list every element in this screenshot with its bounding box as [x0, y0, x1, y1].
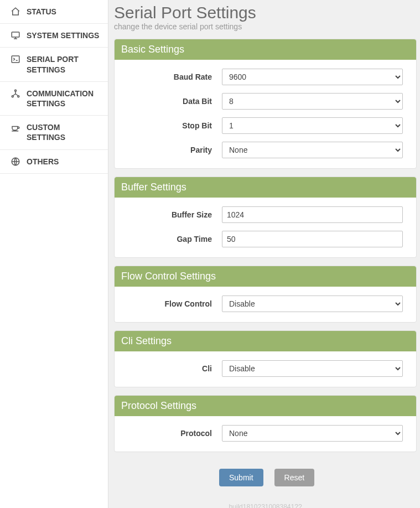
row-flow-control: Flow Control Disable: [128, 296, 403, 312]
row-buffer-size: Buffer Size: [128, 206, 403, 223]
cli-select[interactable]: Disable: [222, 360, 403, 377]
data-bit-label: Data Bit: [128, 97, 222, 106]
page-subtitle: change the device serial port settings: [114, 22, 417, 31]
stop-bit-select[interactable]: 1: [222, 117, 403, 134]
footer-build: build18102310083841??: [114, 503, 417, 508]
sidebar-item-label: STATUS: [27, 7, 56, 17]
panel-protocol-settings: Protocol Settings Protocol None: [114, 395, 417, 452]
sidebar: STATUS SYSTEM SETTINGS SERIAL PORT SETTI…: [0, 0, 108, 508]
globe-icon: [10, 157, 21, 167]
row-protocol: Protocol None: [128, 425, 403, 442]
panel-header: Flow Control Settings: [115, 266, 416, 287]
row-data-bit: Data Bit 8: [128, 93, 403, 110]
parity-select[interactable]: None: [222, 142, 403, 158]
main-content: Serial Port Settings change the device s…: [108, 0, 420, 508]
cli-label: Cli: [128, 364, 222, 373]
gap-time-input[interactable]: [222, 231, 403, 247]
panel-basic-settings: Basic Settings Baud Rate 9600 Data Bit 8…: [114, 39, 417, 169]
protocol-select[interactable]: None: [222, 425, 403, 442]
row-cli: Cli Disable: [128, 360, 403, 377]
flow-control-select[interactable]: Disable: [222, 296, 403, 312]
button-row: Submit Reset: [114, 469, 417, 486]
sidebar-item-label: OTHERS: [27, 157, 59, 167]
panel-buffer-settings: Buffer Settings Buffer Size Gap Time: [114, 177, 417, 258]
sidebar-item-label: SYSTEM SETTINGS: [27, 30, 99, 40]
monitor-icon: [10, 30, 21, 40]
stop-bit-label: Stop Bit: [128, 121, 222, 130]
row-baud-rate: Baud Rate 9600: [128, 69, 403, 85]
svg-rect-1: [12, 56, 19, 63]
flow-control-label: Flow Control: [128, 299, 222, 308]
gap-time-label: Gap Time: [128, 235, 222, 243]
coffee-icon: [10, 122, 21, 132]
panel-header: Basic Settings: [115, 39, 416, 60]
sidebar-item-system-settings[interactable]: SYSTEM SETTINGS: [0, 24, 108, 48]
reset-button[interactable]: Reset: [274, 469, 315, 486]
sidebar-item-status[interactable]: STATUS: [0, 0, 108, 24]
baud-rate-select[interactable]: 9600: [222, 69, 403, 85]
panel-cli-settings: Cli Settings Cli Disable: [114, 330, 417, 387]
protocol-label: Protocol: [128, 429, 222, 438]
sidebar-item-others[interactable]: OTHERS: [0, 150, 108, 174]
sidebar-item-label: CUSTOM SETTINGS: [27, 122, 100, 142]
house-icon: [10, 7, 21, 17]
submit-button[interactable]: Submit: [219, 469, 263, 486]
panel-header: Buffer Settings: [115, 177, 416, 198]
panel-header: Protocol Settings: [115, 396, 416, 416]
row-gap-time: Gap Time: [128, 231, 403, 247]
buffer-size-input[interactable]: [222, 206, 403, 223]
sidebar-item-communication-settings[interactable]: COMMUNICATION SETTINGS: [0, 82, 108, 116]
panel-header: Cli Settings: [115, 331, 416, 351]
row-parity: Parity None: [128, 142, 403, 158]
panel-flow-control-settings: Flow Control Settings Flow Control Disab…: [114, 266, 417, 323]
sidebar-item-custom-settings[interactable]: CUSTOM SETTINGS: [0, 116, 108, 149]
data-bit-select[interactable]: 8: [222, 93, 403, 110]
network-icon: [10, 89, 21, 99]
svg-point-2: [15, 90, 17, 91]
row-stop-bit: Stop Bit 1: [128, 117, 403, 134]
parity-label: Parity: [128, 146, 222, 154]
sidebar-item-label: COMMUNICATION SETTINGS: [27, 89, 100, 108]
svg-rect-0: [12, 32, 19, 37]
sidebar-item-label: SERIAL PORT SETTINGS: [27, 54, 100, 74]
baud-rate-label: Baud Rate: [128, 72, 222, 81]
buffer-size-label: Buffer Size: [128, 210, 222, 219]
terminal-icon: [10, 54, 21, 64]
sidebar-item-serial-port-settings[interactable]: SERIAL PORT SETTINGS: [0, 48, 108, 81]
page-title: Serial Port Settings: [114, 3, 417, 22]
